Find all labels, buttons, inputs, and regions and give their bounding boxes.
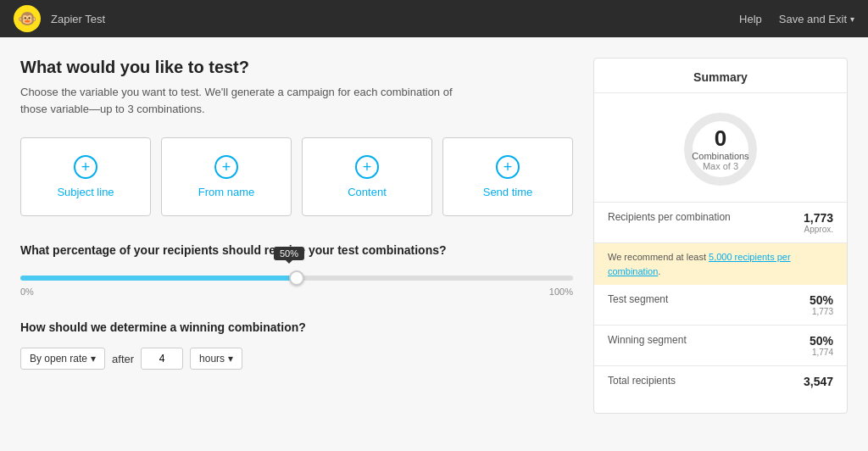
hours-chevron-icon: ▾ xyxy=(228,353,233,365)
recipients-per-combination-row: Recipients per combination 1,773 Approx. xyxy=(594,203,847,243)
slider-section: What percentage of your recipients shoul… xyxy=(20,243,573,297)
help-link[interactable]: Help xyxy=(739,13,762,25)
winning-segment-label: Winning segment xyxy=(608,334,687,346)
open-rate-label: By open rate xyxy=(30,353,87,365)
variable-card-subject-line[interactable]: + Subject line xyxy=(20,137,151,216)
hours-dropdown[interactable]: hours ▾ xyxy=(190,348,242,370)
open-rate-dropdown[interactable]: By open rate ▾ xyxy=(20,348,105,370)
summary-panel: Summary 0 Combinations Max of 3 Recipien… xyxy=(593,58,848,414)
winning-question: How should we determine a winning combin… xyxy=(20,320,573,334)
slider-tooltip: 50% xyxy=(274,247,304,260)
winning-segment-value-block: 50% 1,774 xyxy=(810,334,833,357)
total-recipients-value-block: 3,547 xyxy=(804,375,833,388)
page-subtitle: Choose the variable you want to test. We… xyxy=(20,84,461,117)
total-recipients-row: Total recipients 3,547 xyxy=(594,366,847,397)
donut-chart: 0 Combinations Max of 3 xyxy=(678,107,763,192)
header-left: 🐵 Zapier Test xyxy=(14,5,105,32)
add-subject-line-icon: + xyxy=(74,155,97,179)
test-segment-value-block: 50% 1,773 xyxy=(810,293,833,316)
variable-card-send-time[interactable]: + Send time xyxy=(442,137,573,216)
save-exit-chevron-icon: ▾ xyxy=(850,14,854,24)
slider-min-label: 0% xyxy=(20,287,34,297)
recipients-per-combination-value: 1,773 xyxy=(804,211,833,225)
recipients-per-combination-value-block: 1,773 Approx. xyxy=(804,211,833,234)
add-content-icon: + xyxy=(355,155,379,179)
app-header: 🐵 Zapier Test Help Save and Exit ▾ xyxy=(0,0,868,37)
warning-text: We recommend at least xyxy=(608,252,709,262)
save-exit-button[interactable]: Save and Exit ▾ xyxy=(779,13,854,25)
send-time-label: Send time xyxy=(483,186,533,198)
open-rate-chevron-icon: ▾ xyxy=(91,353,96,365)
test-segment-label: Test segment xyxy=(608,293,668,305)
content-label: Content xyxy=(348,186,387,198)
page-title: What would you like to test? xyxy=(20,58,573,77)
winning-segment-row: Winning segment 50% 1,774 xyxy=(594,326,847,366)
donut-center: 0 Combinations Max of 3 xyxy=(692,127,748,171)
subject-line-label: Subject line xyxy=(57,186,114,198)
winning-segment-count: 1,774 xyxy=(810,348,833,357)
variable-cards: + Subject line + From name + Content + S… xyxy=(20,137,573,216)
save-exit-label: Save and Exit xyxy=(779,13,847,25)
donut-section: 0 Combinations Max of 3 xyxy=(594,93,847,203)
add-from-name-icon: + xyxy=(214,155,238,179)
winning-segment-pct: 50% xyxy=(810,334,833,348)
from-name-label: From name xyxy=(198,186,254,198)
variable-card-from-name[interactable]: + From name xyxy=(161,137,292,216)
main-container: What would you like to test? Choose the … xyxy=(0,37,868,434)
warning-box: We recommend at least 5,000 recipients p… xyxy=(594,243,847,285)
winning-section: How should we determine a winning combin… xyxy=(20,320,573,370)
total-recipients-label: Total recipients xyxy=(608,375,676,387)
header-right: Help Save and Exit ▾ xyxy=(739,13,854,25)
add-send-time-icon: + xyxy=(496,155,520,179)
slider-max-label: 100% xyxy=(549,287,573,297)
recipients-per-combination-label: Recipients per combination xyxy=(608,211,731,223)
summary-title: Summary xyxy=(594,58,847,93)
app-title: Zapier Test xyxy=(51,13,105,25)
left-panel: What would you like to test? Choose the … xyxy=(20,58,593,414)
variable-card-content[interactable]: + Content xyxy=(302,137,432,216)
warning-end: . xyxy=(658,266,660,276)
mailchimp-logo: 🐵 xyxy=(14,5,41,32)
hours-input[interactable] xyxy=(141,348,183,370)
test-segment-pct: 50% xyxy=(810,293,833,307)
combinations-count: 0 xyxy=(692,127,748,149)
combinations-label: Combinations xyxy=(692,151,748,161)
after-label: after xyxy=(112,353,134,365)
logo-emoji: 🐵 xyxy=(18,9,36,28)
recipients-approx-label: Approx. xyxy=(804,225,833,234)
slider-wrapper: 50% xyxy=(20,270,573,283)
percentage-slider[interactable] xyxy=(20,276,573,281)
winning-row: By open rate ▾ after hours ▾ xyxy=(20,348,573,370)
hours-label: hours xyxy=(199,353,225,365)
combinations-max-label: Max of 3 xyxy=(692,161,748,171)
test-segment-count: 1,773 xyxy=(810,307,833,316)
slider-labels: 0% 100% xyxy=(20,287,573,297)
test-segment-row: Test segment 50% 1,773 xyxy=(594,285,847,326)
total-recipients-value: 3,547 xyxy=(804,375,833,388)
